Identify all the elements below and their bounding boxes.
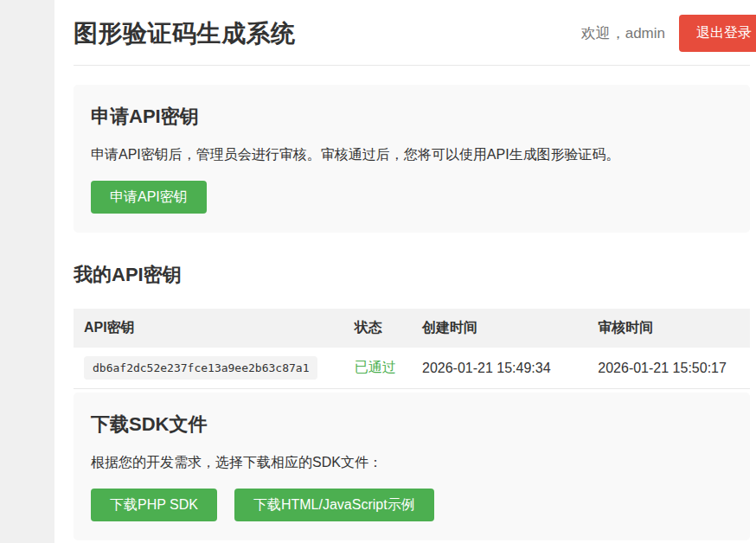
apply-api-key-button[interactable]: 申请API密钥 xyxy=(91,181,207,214)
column-header-created-time: 创建时间 xyxy=(412,309,587,348)
apply-api-key-card: 申请API密钥 申请API密钥后，管理员会进行审核。审核通过后，您将可以使用AP… xyxy=(74,85,750,233)
column-header-review-time: 审核时间 xyxy=(587,309,750,348)
api-keys-table: API密钥 状态 创建时间 审核时间 db6af2dc52e237fce13a9… xyxy=(74,309,750,389)
created-time-cell: 2026-01-21 15:49:34 xyxy=(412,348,587,389)
page-title: 图形验证码生成系统 xyxy=(74,17,581,50)
my-keys-heading: 我的API密钥 xyxy=(74,262,750,288)
apply-section-heading: 申请API密钥 xyxy=(91,104,733,130)
topbar: 图形验证码生成系统 欢迎，admin 退出登录 xyxy=(74,0,750,66)
table-header-row: API密钥 状态 创建时间 审核时间 xyxy=(74,309,750,348)
sdk-section-heading: 下载SDK文件 xyxy=(91,412,733,438)
api-key-cell: db6af2dc52e237fce13a9ee2b63c87a1 xyxy=(74,348,344,389)
welcome-text: 欢迎，admin xyxy=(581,23,665,43)
sdk-section-description: 根据您的开发需求，选择下载相应的SDK文件： xyxy=(91,454,733,471)
download-php-sdk-button[interactable]: 下载PHP SDK xyxy=(91,489,217,521)
column-header-status: 状态 xyxy=(344,309,412,348)
main-container: 图形验证码生成系统 欢迎，admin 退出登录 申请API密钥 申请API密钥后… xyxy=(54,0,756,543)
logout-button[interactable]: 退出登录 xyxy=(679,15,756,52)
status-cell: 已通过 xyxy=(344,348,412,389)
sdk-buttons-row: 下载PHP SDK 下载HTML/JavaScript示例 xyxy=(91,489,733,521)
status-badge: 已通过 xyxy=(355,360,396,374)
sdk-download-card: 下载SDK文件 根据您的开发需求，选择下载相应的SDK文件： 下载PHP SDK… xyxy=(74,393,750,540)
column-header-api-key: API密钥 xyxy=(74,309,344,348)
table-row: db6af2dc52e237fce13a9ee2b63c87a1 已通过 202… xyxy=(74,348,750,389)
download-js-example-button[interactable]: 下载HTML/JavaScript示例 xyxy=(234,489,434,521)
review-time-cell: 2026-01-21 15:50:17 xyxy=(587,348,750,389)
api-key-value: db6af2dc52e237fce13a9ee2b63c87a1 xyxy=(84,356,317,380)
apply-section-description: 申请API密钥后，管理员会进行审核。审核通过后，您将可以使用API生成图形验证码… xyxy=(91,146,733,163)
